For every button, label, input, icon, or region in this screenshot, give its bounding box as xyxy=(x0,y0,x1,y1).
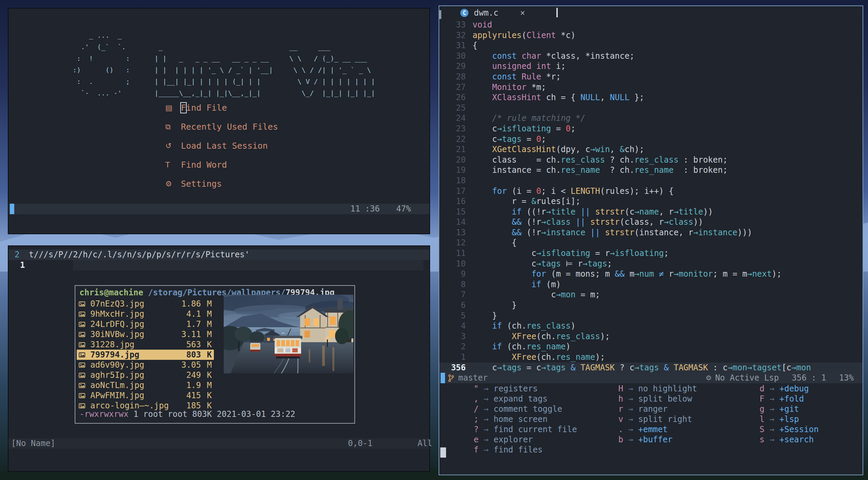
line-number: 356 xyxy=(439,363,466,373)
file-row[interactable]: 9hMxcHr.jpg4.1M xyxy=(77,309,214,319)
whichkey-desc: registers xyxy=(494,384,538,393)
file-name: aoNcTLm.jpg xyxy=(90,381,174,390)
code-line: 23 c→isfloating = 0; xyxy=(439,124,863,134)
wallpaper-preview-image xyxy=(224,295,353,373)
dashboard-menu-item-load-session[interactable]: ↺Load Last Session xyxy=(165,141,278,151)
file-row[interactable]: 07nEzQ3.jpg1.86M xyxy=(77,299,214,309)
code-text: /* rule matching */ xyxy=(473,113,585,124)
line-number: 25 xyxy=(439,103,466,113)
code-text: XClassHint ch = { NULL, NULL }; xyxy=(473,92,644,103)
scroll-indicator: All xyxy=(418,438,432,449)
user-host: chris@machine xyxy=(79,288,143,297)
code-line: 17 for (i = 0; i < LENGTH(rules); i++) { xyxy=(439,186,863,197)
file-size-unit: M xyxy=(201,319,212,329)
menu-item-label: Load Last Session xyxy=(181,141,268,151)
whichkey-col-2: H→no highlighth→split belowr→rangerv→spl… xyxy=(611,384,697,445)
code-line: 5 } xyxy=(439,311,863,321)
file-row[interactable]: 799794.jpg803K xyxy=(77,350,214,360)
code-line: 2 if (ch.res_name) xyxy=(439,341,863,352)
code-text: class = ch.res_class ? ch.res_class : br… xyxy=(473,155,727,165)
whichkey-desc: find files xyxy=(494,445,543,455)
file-row[interactable]: aghr5Ip.jpg249K xyxy=(77,370,214,380)
whichkey-binding: l→+lsp xyxy=(752,414,819,424)
whichkey-desc: +Session xyxy=(779,425,819,434)
code-line: 22 c→tags = 0; xyxy=(439,134,863,145)
file-size: 185 xyxy=(174,401,201,410)
whichkey-binding: ,→expand tags xyxy=(466,394,577,404)
code-line: 3 XFree(ch.res_class); xyxy=(439,331,863,342)
mode-indicator-block xyxy=(441,373,445,383)
dashboard-menu: ▤Find File⧉Recently Used Files↺Load Last… xyxy=(165,103,278,198)
terminal-cursor-block xyxy=(440,447,446,458)
buffer-text: t///s/P//2/h/c/.l/s/n/s/p/p/s/r/r/s/Pict… xyxy=(29,250,250,260)
dashboard-menu-item-recent-files[interactable]: ⧉Recently Used Files xyxy=(165,122,278,132)
file-row[interactable]: 24LrDFQ.jpg1.7M xyxy=(77,319,214,329)
line-number: 14 xyxy=(439,217,466,227)
file-row[interactable]: APwFMIM.jpg415K xyxy=(77,390,214,401)
buffer-line: 2 t///s/P//2/h/c/.l/s/n/s/p/p/s/r/r/s/Pi… xyxy=(8,250,429,260)
arrow-icon: → xyxy=(479,435,494,444)
tabline-left-bar xyxy=(439,10,441,19)
whichkey-desc: find current file xyxy=(494,425,577,434)
line-number: 12 xyxy=(439,238,466,248)
file-row[interactable]: aoNcTLm.jpg1.9M xyxy=(77,380,214,390)
file-size: 415 xyxy=(174,391,201,400)
dashboard-menu-item-settings[interactable]: ⚙Settings xyxy=(165,179,278,189)
dashboard-menu-item-find-file[interactable]: ▤Find File xyxy=(165,103,278,113)
code-line: 10 c→tags ⊨ r→tags; xyxy=(439,259,863,269)
line-number: 18 xyxy=(439,176,466,186)
file-size: 1.9 xyxy=(174,381,201,390)
whichkey-desc: no highlight xyxy=(638,384,697,393)
line-number: 28 xyxy=(439,72,466,82)
whichkey-key: g xyxy=(752,404,764,414)
whichkey-desc: home screen xyxy=(494,414,548,424)
file-icon: ▤ xyxy=(165,104,181,112)
scroll-percent: 47% xyxy=(396,204,411,214)
whichkey-desc: comment toggle xyxy=(494,404,562,414)
whichkey-col-1: "→registers,→expand tags/→comment toggle… xyxy=(466,384,577,455)
scratch-window: 2 t///s/P//2/h/c/.l/s/n/s/p/p/s/r/r/s/Pi… xyxy=(8,245,430,472)
code-line: 19 instance = ch.res_name ? ch.res_name … xyxy=(439,165,863,176)
whichkey-key: r xyxy=(611,404,623,414)
dashboard-menu-item-find-word[interactable]: TFind Word xyxy=(165,160,278,170)
file-name: 799794.jpg xyxy=(90,350,174,359)
whichkey-binding: b→+buffer xyxy=(611,435,697,445)
arrow-icon: → xyxy=(479,404,494,414)
file-name: APwFMIM.jpg xyxy=(90,391,174,400)
file-size-unit: K xyxy=(201,401,212,410)
code-line: 13 && (!r→instance || strstr(instance, r… xyxy=(439,227,863,238)
file-row[interactable]: 30iNVBw.jpg3.11M xyxy=(77,329,214,339)
line-number: 30 xyxy=(439,51,466,61)
file-row[interactable]: 31228.jpg563K xyxy=(77,339,214,350)
file-size-unit: M xyxy=(201,330,212,339)
code-text: } xyxy=(473,311,497,321)
file-size: 803 xyxy=(174,350,201,359)
whichkey-desc: split below xyxy=(638,394,692,404)
line-number: 19 xyxy=(439,165,466,176)
close-icon[interactable]: × xyxy=(520,8,525,18)
code-text: } xyxy=(473,300,517,311)
line-number: 26 xyxy=(439,92,466,103)
arrow-icon: → xyxy=(479,425,494,434)
code-text: c→tags = c→tags & TAGMASK ? c→tags & TAG… xyxy=(473,363,811,373)
whichkey-key: d xyxy=(752,384,764,393)
code-text: for (m = mons; m && m→num ≠ r→monitor; m… xyxy=(473,269,781,279)
code-line: 14 && (!r→class || strstr(class, r→class… xyxy=(439,217,863,227)
code-text: c→tags = 0; xyxy=(473,134,546,145)
file-name: 24LrDFQ.jpg xyxy=(90,319,174,329)
whichkey-binding: s→+search xyxy=(752,435,819,445)
tab-dwm-c[interactable]: C dwm.c × xyxy=(460,7,525,18)
code-area[interactable]: 33void32applyrules(Client *c)31{30 const… xyxy=(439,20,863,373)
arrow-icon: → xyxy=(623,435,638,444)
file-size-unit: K xyxy=(201,350,212,359)
code-line: 26 XClassHint ch = { NULL, NULL }; xyxy=(439,92,863,103)
line-number: 32 xyxy=(439,30,466,41)
code-line: 31{ xyxy=(439,40,863,51)
whichkey-key: b xyxy=(611,435,623,444)
whichkey-key: e xyxy=(466,435,479,444)
file-row[interactable]: ad6v90y.jpg3.05M xyxy=(77,360,214,370)
whichkey-binding: g→+git xyxy=(752,404,819,414)
statusline-right: ⚙No Active Lsp 356 : 1 13% xyxy=(706,373,854,383)
block-cursor: F xyxy=(181,103,186,113)
code-line: 11 c→isfloating = r→isfloating; xyxy=(439,248,863,259)
